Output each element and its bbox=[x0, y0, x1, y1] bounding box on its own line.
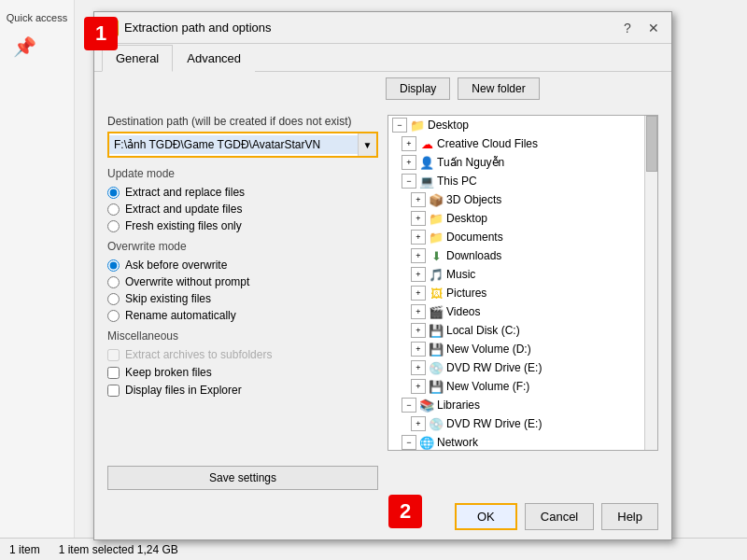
radio-skip-existing[interactable]: Skip existing files bbox=[107, 292, 378, 305]
tree-item-e-drive[interactable]: + 💿 DVD RW Drive (E:) bbox=[407, 358, 644, 377]
icon-3d: 📦 bbox=[429, 193, 444, 206]
expand-network[interactable]: − bbox=[402, 435, 416, 450]
misc-title: Miscellaneous bbox=[107, 329, 378, 343]
left-panel: Destination path (will be created if doe… bbox=[107, 115, 378, 451]
help-button[interactable]: Help bbox=[601, 503, 658, 530]
tree-item-pictures[interactable]: + 🖼 Pictures bbox=[407, 284, 644, 302]
icon-this-pc: 💻 bbox=[419, 175, 434, 188]
statusbar: 1 item 1 item selected 1,24 GB bbox=[0, 538, 747, 560]
tree-item-f-drive[interactable]: + 💾 New Volume (F:) bbox=[407, 377, 644, 396]
expand-this-pc[interactable]: − bbox=[402, 174, 416, 189]
tree-item-dvd-lib[interactable]: + 💿 DVD RW Drive (E:) bbox=[407, 414, 644, 433]
pin-button[interactable]: 📌 bbox=[13, 35, 36, 58]
folder-icon-desktop: 📁 bbox=[410, 119, 425, 132]
extraction-dialog: 📦 Extraction path and options ? ✕ Genera… bbox=[93, 11, 672, 540]
save-settings-button[interactable]: Save settings bbox=[107, 466, 378, 490]
expand-videos[interactable]: + bbox=[411, 304, 426, 319]
new-folder-button[interactable]: New folder bbox=[458, 77, 539, 100]
tree-item-documents[interactable]: + 📁 Documents bbox=[407, 228, 644, 246]
expand-music[interactable]: + bbox=[411, 267, 426, 282]
save-row: Save settings bbox=[94, 460, 671, 497]
icon-c-drive: 💾 bbox=[429, 324, 444, 337]
dialog-content: Destination path (will be created if doe… bbox=[94, 105, 671, 460]
radio-rename-auto[interactable]: Rename automatically bbox=[107, 309, 378, 322]
expand-creative-cloud[interactable]: + bbox=[402, 136, 416, 151]
tree-item-music[interactable]: + 🎵 Music bbox=[407, 265, 644, 284]
radio-overwrite-noprompt[interactable]: Overwrite without prompt bbox=[107, 275, 378, 288]
icon-f-drive: 💾 bbox=[429, 380, 444, 393]
check-display-explorer[interactable]: Display files in Explorer bbox=[107, 384, 378, 397]
icon-tuan: 👤 bbox=[419, 156, 434, 169]
expand-downloads[interactable]: + bbox=[411, 248, 426, 263]
annotation-2: 2 bbox=[388, 495, 422, 528]
path-row: ▼ bbox=[107, 132, 378, 158]
quick-access-label: Quick access bbox=[3, 7, 71, 28]
update-mode-title: Update mode bbox=[107, 167, 378, 180]
tree-item-creative-cloud[interactable]: + ☁ Creative Cloud Files bbox=[398, 134, 644, 153]
icon-network: 🌐 bbox=[419, 436, 434, 449]
status-selected-info: 1 item selected 1,24 GB bbox=[59, 543, 178, 556]
help-title-btn[interactable]: ? bbox=[617, 18, 638, 38]
icon-e-drive: 💿 bbox=[429, 361, 444, 374]
icon-dvd-lib: 💿 bbox=[429, 417, 444, 430]
icon-desktop-sub: 📁 bbox=[429, 212, 444, 225]
tree-item-d-drive[interactable]: + 💾 New Volume (D:) bbox=[407, 340, 644, 358]
expand-desktop[interactable]: − bbox=[392, 118, 407, 133]
expand-d-drive[interactable]: + bbox=[411, 342, 426, 357]
expand-pictures[interactable]: + bbox=[411, 286, 426, 301]
tree-item-this-pc[interactable]: − 💻 This PC bbox=[398, 172, 644, 190]
update-mode-group: Extract and replace files Extract and up… bbox=[107, 186, 378, 232]
tab-advanced[interactable]: Advanced bbox=[173, 45, 255, 72]
icon-downloads: ⬇ bbox=[429, 249, 444, 262]
tree-item-videos[interactable]: + 🎬 Videos bbox=[407, 302, 644, 321]
destination-path-input[interactable] bbox=[109, 135, 358, 154]
expand-libraries[interactable]: − bbox=[402, 398, 416, 413]
destination-label: Destination path (will be created if doe… bbox=[107, 115, 378, 128]
close-title-btn[interactable]: ✕ bbox=[643, 18, 664, 38]
expand-e-drive[interactable]: + bbox=[411, 360, 426, 375]
path-dropdown-btn[interactable]: ▼ bbox=[358, 133, 376, 156]
file-tree[interactable]: − 📁 Desktop + ☁ Creative Cloud Files + 👤 bbox=[388, 116, 644, 450]
check-keep-broken[interactable]: Keep broken files bbox=[107, 366, 378, 379]
tree-item-tuan[interactable]: + 👤 Tuấn Nguyễn bbox=[398, 153, 644, 172]
radio-extract-replace[interactable]: Extract and replace files bbox=[107, 186, 378, 199]
expand-3d[interactable]: + bbox=[411, 192, 426, 207]
annotation-1: 1 bbox=[84, 17, 118, 50]
right-panel-wrapper: − 📁 Desktop + ☁ Creative Cloud Files + 👤 bbox=[388, 115, 658, 451]
expand-c-drive[interactable]: + bbox=[411, 323, 426, 338]
radio-ask-before[interactable]: Ask before overwrite bbox=[107, 259, 378, 272]
dialog-titlebar: 📦 Extraction path and options ? ✕ bbox=[94, 12, 671, 44]
sidebar: Quick access 📌 bbox=[0, 0, 75, 560]
radio-extract-update[interactable]: Extract and update files bbox=[107, 203, 378, 216]
tree-item-network[interactable]: − 🌐 Network bbox=[398, 433, 644, 450]
tree-item-desktop[interactable]: − 📁 Desktop bbox=[388, 116, 644, 134]
misc-group: Extract archives to subfolders Keep brok… bbox=[107, 348, 378, 397]
action-row: OK Cancel Help bbox=[94, 497, 671, 539]
radio-fresh-existing[interactable]: Fresh existing files only bbox=[107, 219, 378, 232]
expand-documents[interactable]: + bbox=[411, 230, 426, 245]
tree-item-libraries[interactable]: − 📚 Libraries bbox=[398, 396, 644, 414]
cancel-button[interactable]: Cancel bbox=[525, 503, 594, 530]
icon-documents: 📁 bbox=[429, 231, 444, 244]
icon-videos: 🎬 bbox=[429, 305, 444, 318]
tab-bar: General Advanced bbox=[94, 44, 671, 72]
tree-item-desktop-sub[interactable]: + 📁 Desktop bbox=[407, 209, 644, 228]
expand-desktop-sub[interactable]: + bbox=[411, 211, 426, 226]
tree-item-c-drive[interactable]: + 💾 Local Disk (C:) bbox=[407, 321, 644, 340]
scrollbar-track[interactable] bbox=[644, 116, 657, 450]
dialog-title: Extraction path and options bbox=[124, 21, 612, 35]
expand-f-drive[interactable]: + bbox=[411, 379, 426, 394]
file-tree-panel: − 📁 Desktop + ☁ Creative Cloud Files + 👤 bbox=[388, 115, 658, 451]
scrollbar-thumb[interactable] bbox=[646, 116, 657, 172]
display-button[interactable]: Display bbox=[386, 77, 450, 100]
icon-music: 🎵 bbox=[429, 268, 444, 281]
expand-dvd-lib[interactable]: + bbox=[411, 416, 426, 431]
icon-d-drive: 💾 bbox=[429, 343, 444, 356]
tree-item-downloads[interactable]: + ⬇ Downloads bbox=[407, 246, 644, 265]
top-buttons-row: Display New folder bbox=[94, 72, 671, 105]
ok-button[interactable]: OK bbox=[455, 503, 517, 530]
icon-libraries: 📚 bbox=[419, 399, 434, 412]
expand-tuan[interactable]: + bbox=[402, 155, 416, 170]
check-extract-subfolders[interactable]: Extract archives to subfolders bbox=[107, 348, 378, 361]
tree-item-3d[interactable]: + 📦 3D Objects bbox=[407, 190, 644, 209]
